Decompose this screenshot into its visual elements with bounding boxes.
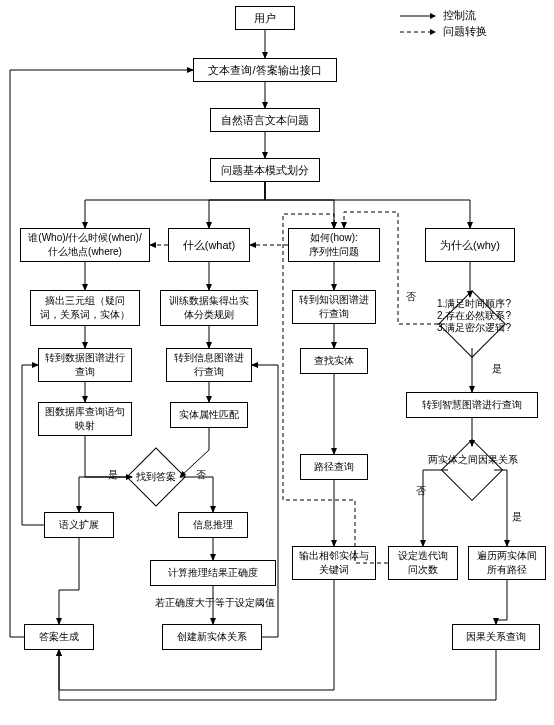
sem-expand-node: 语义扩展 <box>44 512 114 538</box>
causal-diamond <box>441 439 503 501</box>
set-iter-node: 设定迭代询问次数 <box>388 546 458 580</box>
acc-note: 若正确度大于等于设定阈值 <box>155 596 275 610</box>
map-query-node: 图数据库查询语句映射 <box>38 402 132 436</box>
yes-label-1: 是 <box>106 468 120 482</box>
user-node: 用户 <box>235 6 295 30</box>
legend-transform: 问题转换 <box>443 25 487 37</box>
yes-label-3: 是 <box>510 510 524 524</box>
triple-node: 摘出三元组（疑问词，关系词，实体） <box>30 290 140 326</box>
info-infer-node: 信息推理 <box>178 512 248 538</box>
what-node: 什么(what) <box>168 228 250 262</box>
train-node: 训练数据集得出实体分类规则 <box>160 290 258 326</box>
why-cond-diamond <box>438 290 506 358</box>
how-node: 如何(how): 序列性问题 <box>288 228 380 262</box>
no-label-2: 否 <box>404 290 418 304</box>
new-rel-node: 创建新实体关系 <box>162 624 262 650</box>
output-adj-node: 输出相邻实体与关键词 <box>292 546 376 580</box>
no-label-1: 否 <box>194 468 208 482</box>
who-node: 谁(Who)/什么时候(when)/什么地点(where) <box>20 228 150 262</box>
yes-label-2: 是 <box>490 362 504 376</box>
to-data-node: 转到数据图谱进行查询 <box>38 348 132 382</box>
attr-match-node: 实体属性匹配 <box>170 402 248 428</box>
to-kg-node: 转到知识图谱进行查询 <box>292 290 376 324</box>
answer-node: 答案生成 <box>24 624 94 650</box>
to-wisdom-node: 转到智慧图谱进行查询 <box>406 392 538 418</box>
io-node: 文本查询/答案输出接口 <box>193 58 337 82</box>
find-entity-node: 查找实体 <box>300 348 368 374</box>
causal-query-node: 因果关系查询 <box>452 624 540 650</box>
legend-control: 控制流 <box>443 9 476 21</box>
found-diamond <box>126 447 185 506</box>
nlq-node: 自然语言文本问题 <box>210 108 320 132</box>
path-query-node: 路径查询 <box>300 454 368 480</box>
why-node: 为什么(why) <box>425 228 515 262</box>
traverse-node: 遍历两实体间所有路径 <box>468 546 546 580</box>
classify-node: 问题基本模式划分 <box>210 158 320 182</box>
to-info-node: 转到信息图谱进行查询 <box>166 348 252 382</box>
calc-acc-node: 计算推理结果正确度 <box>150 560 276 586</box>
no-label-3: 否 <box>414 484 428 498</box>
